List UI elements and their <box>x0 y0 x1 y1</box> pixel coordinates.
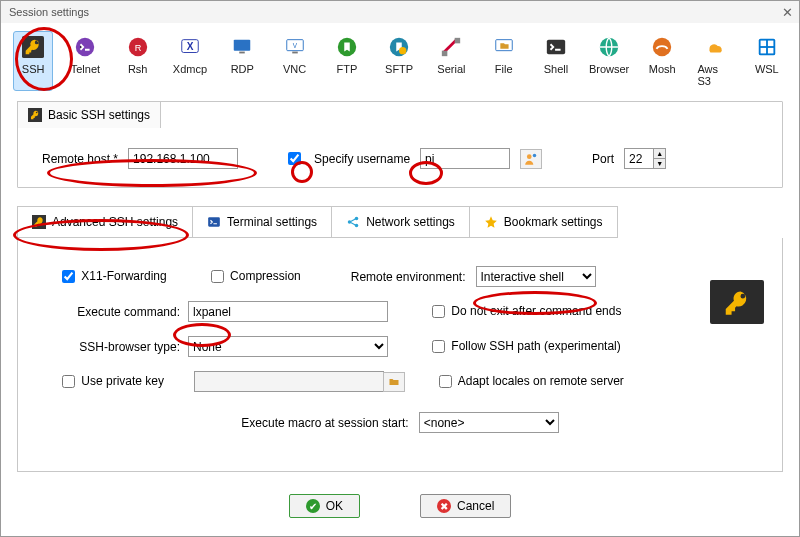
session-type-wsl[interactable]: WSL <box>747 31 787 91</box>
adapt-locales-checkbox[interactable] <box>439 375 452 388</box>
svg-rect-17 <box>547 40 565 55</box>
browser-type-select[interactable]: None <box>188 336 388 357</box>
remote-env-label: Remote environment: <box>351 270 466 284</box>
session-type-label: Mosh <box>649 63 676 75</box>
exec-cmd-label: Execute command: <box>48 305 188 319</box>
follow-path-checkbox[interactable] <box>432 340 445 353</box>
session-type-shell[interactable]: Shell <box>536 31 576 91</box>
window-title: Session settings <box>9 6 89 18</box>
port-label: Port <box>592 152 614 166</box>
rdp-icon <box>230 35 254 59</box>
compression-label: Compression <box>230 269 301 283</box>
svg-rect-28 <box>208 217 220 226</box>
follow-path-option[interactable]: Follow SSH path (experimental) <box>428 337 621 356</box>
key-badge-icon <box>710 280 764 324</box>
basic-ssh-tab: Basic SSH settings <box>17 101 161 128</box>
tab-network[interactable]: Network settings <box>332 206 470 238</box>
macro-label: Execute macro at session start: <box>241 416 408 430</box>
x11-forwarding-option[interactable]: X11-Forwarding <box>58 267 167 286</box>
use-pk-option[interactable]: Use private key <box>58 374 164 388</box>
noexit-checkbox[interactable] <box>432 305 445 318</box>
browser-icon <box>597 35 621 59</box>
svg-point-26 <box>533 153 537 157</box>
session-type-label: Telnet <box>71 63 100 75</box>
exec-cmd-input[interactable] <box>188 301 388 322</box>
remote-env-select[interactable]: Interactive shell <box>476 266 596 287</box>
tab-terminal-label: Terminal settings <box>227 215 317 229</box>
ok-button[interactable]: ✔ OK <box>289 494 360 518</box>
follow-path-label: Follow SSH path (experimental) <box>451 339 620 353</box>
pk-path-input <box>194 371 384 392</box>
aws-icon <box>703 35 727 59</box>
tab-terminal[interactable]: Terminal settings <box>193 206 332 238</box>
session-type-browser[interactable]: Browser <box>588 31 630 91</box>
session-type-label: Shell <box>544 63 568 75</box>
cancel-button[interactable]: ✖ Cancel <box>420 494 511 518</box>
session-type-label: File <box>495 63 513 75</box>
session-type-sftp[interactable]: SFTP <box>379 31 419 91</box>
noexit-label: Do not exit after command ends <box>451 304 621 318</box>
session-type-label: Rsh <box>128 63 148 75</box>
telnet-icon <box>73 35 97 59</box>
session-type-label: Xdmcp <box>173 63 207 75</box>
adapt-locales-option[interactable]: Adapt locales on remote server <box>435 372 624 391</box>
ok-label: OK <box>326 499 343 513</box>
session-type-rdp[interactable]: RDP <box>222 31 262 91</box>
session-type-label: Aws S3 <box>697 63 731 87</box>
user-lookup-button[interactable] <box>520 149 542 169</box>
session-type-label: RDP <box>231 63 254 75</box>
session-type-ssh[interactable]: SSH <box>13 31 53 91</box>
session-type-serial[interactable]: Serial <box>431 31 471 91</box>
session-type-label: Browser <box>589 63 629 75</box>
session-type-mosh[interactable]: Mosh <box>642 31 682 91</box>
svg-rect-22 <box>768 41 774 47</box>
session-type-label: SFTP <box>385 63 413 75</box>
tab-bookmark[interactable]: Bookmark settings <box>470 206 618 238</box>
noexit-option[interactable]: Do not exit after command ends <box>428 302 621 321</box>
session-type-aws-s3[interactable]: Aws S3 <box>694 31 734 91</box>
basic-ssh-body: Remote host * Specify username Port ▲▼ <box>18 128 782 187</box>
session-type-xdmcp[interactable]: XXdmcp <box>170 31 210 91</box>
session-settings-window: Session settings ✕ SSHTelnetRRshXXdmcpRD… <box>0 0 800 537</box>
tab-bookmark-label: Bookmark settings <box>504 215 603 229</box>
specify-username-label: Specify username <box>314 152 410 166</box>
svg-rect-6 <box>234 40 251 51</box>
session-type-ftp[interactable]: FTP <box>327 31 367 91</box>
username-input[interactable] <box>420 148 510 169</box>
macro-select[interactable]: <none> <box>419 412 559 433</box>
dialog-buttons: ✔ OK ✖ Cancel <box>1 494 799 518</box>
session-type-telnet[interactable]: Telnet <box>65 31 105 91</box>
x11-forwarding-checkbox[interactable] <box>62 270 75 283</box>
remote-host-label: Remote host * <box>42 152 118 166</box>
remote-host-input[interactable] <box>128 148 238 169</box>
session-type-strip: SSHTelnetRRshXXdmcpRDPVVNCFTPSFTPSerialF… <box>1 23 799 101</box>
svg-point-1 <box>76 38 94 56</box>
tab-advanced-ssh[interactable]: Advanced SSH settings <box>17 206 193 238</box>
browse-pk-button[interactable] <box>383 372 405 392</box>
svg-rect-23 <box>760 48 766 53</box>
session-type-rsh[interactable]: RRsh <box>118 31 158 91</box>
check-icon: ✔ <box>306 499 320 513</box>
mosh-icon <box>650 35 674 59</box>
vnc-icon: V <box>283 35 307 59</box>
port-input[interactable] <box>625 149 653 168</box>
specify-username-checkbox[interactable] <box>288 152 301 165</box>
sftp-icon <box>387 35 411 59</box>
session-type-vnc[interactable]: VVNC <box>274 31 314 91</box>
session-type-file[interactable]: File <box>484 31 524 91</box>
compression-option[interactable]: Compression <box>207 267 301 286</box>
rsh-icon: R <box>126 35 150 59</box>
port-up-icon[interactable]: ▲ <box>653 149 665 159</box>
tab-advanced-ssh-label: Advanced SSH settings <box>52 215 178 229</box>
session-type-label: WSL <box>755 63 779 75</box>
compression-checkbox[interactable] <box>211 270 224 283</box>
session-type-label: SSH <box>22 63 45 75</box>
port-spinner[interactable]: ▲▼ <box>624 148 666 169</box>
browser-type-label: SSH-browser type: <box>48 340 188 354</box>
shell-icon <box>544 35 568 59</box>
port-down-icon[interactable]: ▼ <box>653 159 665 168</box>
use-pk-checkbox[interactable] <box>62 375 75 388</box>
svg-point-13 <box>399 47 406 54</box>
close-icon[interactable]: ✕ <box>782 5 793 20</box>
svg-text:X: X <box>187 41 194 52</box>
